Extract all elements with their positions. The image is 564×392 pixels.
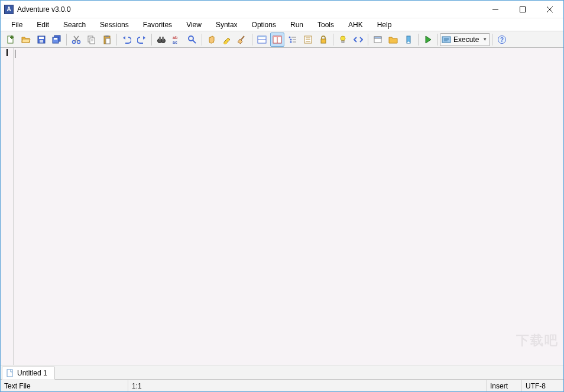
menu-tools[interactable]: Tools — [310, 20, 341, 30]
svg-text:ac: ac — [173, 40, 177, 44]
tip-button[interactable] — [336, 33, 350, 47]
menu-run[interactable]: Run — [283, 20, 310, 30]
split-horizontal-button[interactable] — [255, 33, 269, 47]
split-vertical-button[interactable] — [270, 33, 284, 47]
tab-untitled[interactable]: Untitled 1 — [2, 367, 55, 380]
menu-edit[interactable]: Edit — [30, 20, 56, 30]
svg-point-40 — [289, 36, 291, 38]
window-icon — [373, 35, 383, 44]
toolbar-sep — [202, 34, 202, 46]
svg-rect-50 — [321, 39, 326, 43]
hand-icon — [207, 35, 216, 44]
document-icon — [6, 369, 14, 377]
copy-icon — [87, 35, 96, 44]
menu-options[interactable]: Options — [245, 20, 283, 30]
redo-icon — [137, 35, 147, 44]
svg-rect-1 — [520, 7, 526, 12]
menu-bar: File Edit Search Sessions Favorites View… — [1, 18, 563, 31]
menu-help[interactable]: Help — [370, 20, 399, 30]
menu-syntax[interactable]: Syntax — [209, 20, 245, 30]
code-icon — [354, 35, 363, 44]
bookmark-button[interactable] — [401, 33, 416, 47]
menu-view[interactable]: View — [179, 20, 209, 30]
run-button[interactable] — [421, 33, 435, 47]
title-bar: A Adventure v3.0.0 — [1, 1, 563, 18]
lock-icon — [319, 35, 328, 44]
svg-text:?: ? — [500, 37, 504, 43]
broom-icon — [238, 35, 247, 44]
svg-rect-22 — [105, 35, 109, 37]
menu-ahk[interactable]: AHK — [341, 20, 370, 30]
code-button[interactable] — [351, 33, 365, 47]
svg-point-30 — [189, 36, 193, 41]
menu-search[interactable]: Search — [56, 20, 93, 30]
outline-button[interactable] — [286, 33, 300, 47]
menu-file[interactable]: File — [4, 20, 30, 30]
bookmark-icon — [404, 35, 413, 44]
list-icon — [303, 35, 313, 44]
maximize-button[interactable] — [509, 1, 536, 18]
open-button[interactable] — [19, 33, 33, 47]
close-button[interactable] — [536, 1, 563, 18]
toolbar-sep — [437, 34, 438, 46]
toolbar-sep — [252, 34, 252, 46]
window-controls — [482, 1, 563, 18]
window-button[interactable] — [371, 33, 385, 47]
minimize-button[interactable] — [482, 1, 509, 18]
hand-button[interactable] — [205, 33, 219, 47]
gutter-marker — [7, 49, 8, 56]
save-all-button[interactable] — [50, 33, 64, 47]
replace-button[interactable]: abac — [170, 33, 184, 47]
folder-open-icon — [21, 35, 31, 44]
execute-icon — [442, 35, 451, 44]
window-title: Adventure v3.0.0 — [17, 5, 482, 14]
clear-button[interactable] — [235, 33, 249, 47]
undo-button[interactable] — [119, 33, 134, 47]
save-all-icon — [52, 35, 61, 44]
tab-label: Untitled 1 — [17, 369, 47, 377]
redo-button[interactable] — [135, 33, 149, 47]
svg-rect-12 — [54, 38, 57, 40]
search-button[interactable] — [185, 33, 199, 47]
status-position: 1:1 — [128, 380, 487, 391]
save-button[interactable] — [34, 33, 48, 47]
paste-button[interactable] — [100, 33, 114, 47]
svg-rect-23 — [106, 38, 110, 44]
menu-sessions[interactable]: Sessions — [93, 20, 136, 30]
cut-icon — [72, 35, 81, 44]
bulb-icon — [338, 35, 348, 44]
folder-icon — [388, 35, 398, 44]
list-button[interactable] — [301, 33, 315, 47]
svg-line-33 — [241, 36, 244, 40]
svg-rect-39 — [273, 36, 281, 37]
svg-rect-52 — [342, 41, 344, 43]
svg-rect-26 — [159, 37, 161, 40]
outline-icon — [288, 35, 297, 44]
find-button[interactable] — [154, 33, 168, 47]
copy-button[interactable] — [85, 33, 99, 47]
execute-label: Execute — [453, 35, 479, 44]
cut-button[interactable] — [69, 33, 83, 47]
svg-rect-8 — [39, 37, 44, 39]
folder-button[interactable] — [386, 33, 400, 47]
svg-point-51 — [341, 36, 345, 41]
replace-icon: abac — [172, 35, 181, 44]
lock-button[interactable] — [316, 33, 330, 47]
help-button[interactable]: ? — [495, 33, 509, 47]
status-encoding: UTF-8 — [522, 380, 563, 391]
tab-bar: Untitled 1 — [1, 365, 563, 380]
execute-dropdown[interactable]: Execute ▼ — [440, 33, 490, 46]
status-insert: Insert — [487, 380, 522, 391]
text-editor[interactable] — [14, 48, 563, 365]
svg-rect-9 — [40, 40, 43, 43]
binoculars-icon — [157, 35, 166, 44]
new-file-icon — [6, 35, 15, 44]
highlight-button[interactable] — [220, 33, 234, 47]
toolbar-sep — [368, 34, 368, 46]
new-file-button[interactable] — [4, 33, 18, 47]
svg-rect-59 — [7, 370, 12, 377]
main-window: A Adventure v3.0.0 File Edit Search Sess… — [0, 0, 564, 392]
undo-icon — [122, 35, 131, 44]
search-icon — [187, 35, 197, 44]
menu-favorites[interactable]: Favorites — [136, 20, 179, 30]
